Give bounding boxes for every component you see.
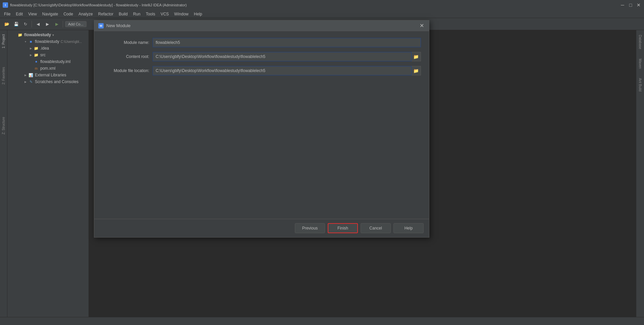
dialog-titlebar: M New Module ✕ <box>94 20 429 31</box>
app-icon: I <box>3 2 8 8</box>
right-tabs-panel: Database Maven Ant Build <box>636 30 644 317</box>
tree-label-iml: flowablestudy.iml <box>40 59 70 64</box>
maven-tab[interactable]: Maven <box>637 55 643 72</box>
title-bar: I flowablestudy [C:\Users\gblfy\Desktop\… <box>0 0 644 10</box>
module-file-label: Module file location: <box>102 68 153 73</box>
menu-refactor[interactable]: Refactor <box>96 11 116 17</box>
menu-build[interactable]: Build <box>116 11 130 17</box>
cancel-button[interactable]: Cancel <box>361 223 391 233</box>
forward-btn[interactable]: ▶ <box>43 20 51 28</box>
menu-analyze[interactable]: Analyze <box>76 11 96 17</box>
new-module-dialog[interactable]: M New Module ✕ Module name: Content root… <box>94 20 429 238</box>
content-root-input[interactable] <box>153 52 412 61</box>
dialog-close-button[interactable]: ✕ <box>418 22 425 29</box>
tree-label-scratches: Scratches and Consoles <box>35 79 78 84</box>
module-name-input[interactable] <box>153 38 421 47</box>
menu-view[interactable]: View <box>25 11 40 17</box>
expand-arrow-flowablestudy[interactable]: ▾ <box>23 39 28 44</box>
open-folder-btn[interactable]: 📂 <box>3 20 11 28</box>
save-btn[interactable]: 💾 <box>12 20 20 28</box>
close-button[interactable]: ✕ <box>636 2 641 8</box>
expand-arrow-idea[interactable]: ▶ <box>28 46 34 51</box>
library-icon: 📊 <box>28 72 34 78</box>
menu-help[interactable]: Help <box>191 11 205 17</box>
expand-arrow-scratches[interactable]: ▶ <box>23 79 28 84</box>
run-btn[interactable]: ▶ <box>53 20 61 28</box>
project-tab[interactable]: 1: Project <box>1 31 6 51</box>
spacer-iml <box>28 59 34 64</box>
menu-window[interactable]: Window <box>171 11 191 17</box>
bottom-bar <box>0 317 644 325</box>
tree-path-flowablestudy: C:\Users\gbl... <box>61 40 82 44</box>
tree-label-flowablestudy: flowablestudy <box>35 39 59 44</box>
menu-file[interactable]: File <box>1 11 13 17</box>
spacer-pom <box>28 66 34 71</box>
tree-item-pom[interactable]: m pom.xml <box>15 65 89 72</box>
maximize-button[interactable]: □ <box>628 2 633 8</box>
content-root-browse-button[interactable]: 📁 <box>412 52 421 61</box>
dialog-icon: M <box>98 23 104 28</box>
ant-build-tab[interactable]: Ant Build <box>637 75 643 95</box>
module-icon: ■ <box>28 39 34 44</box>
previous-button[interactable]: Previous <box>295 223 325 233</box>
xml-icon: m <box>34 66 39 71</box>
project-dropdown-icon[interactable]: ▾ <box>52 33 54 37</box>
database-tab[interactable]: Database <box>637 31 643 53</box>
module-name-label: Module name: <box>102 40 153 45</box>
content-root-input-group: 📁 <box>153 52 421 61</box>
tree-label-external-libs: External Libraries <box>35 73 66 77</box>
favorites-tab[interactable]: 2: Favorites <box>1 64 6 87</box>
tree-label-idea: .idea <box>40 46 49 51</box>
menu-vcs[interactable]: VCS <box>158 11 172 17</box>
folder-icon-src: 📁 <box>34 52 39 58</box>
content-root-label: Content root: <box>102 54 153 59</box>
tree-label-src: src <box>40 53 46 57</box>
toolbar-sep-2 <box>63 21 63 27</box>
menu-run[interactable]: Run <box>130 11 143 17</box>
back-btn[interactable]: ◀ <box>34 20 42 28</box>
dialog-body: Module name: Content root: 📁 Module file… <box>94 31 429 219</box>
module-file-input-group: 📁 <box>153 66 421 75</box>
tree-item-external-libs[interactable]: ▶ 📊 External Libraries <box>15 72 89 78</box>
menu-bar: File Edit View Navigate Code Analyze Ref… <box>0 10 644 18</box>
menu-tools[interactable]: Tools <box>143 11 158 17</box>
title-bar-text: flowablestudy [C:\Users\gblfy\Desktop\Wo… <box>10 3 620 7</box>
dialog-footer: Previous Finish Cancel Help <box>94 219 429 237</box>
tree-label-pom: pom.xml <box>40 66 55 71</box>
module-name-row: Module name: <box>102 38 421 47</box>
expand-arrow-src[interactable]: ▶ <box>28 52 34 58</box>
tree-item-scratches[interactable]: ▶ ✎ Scratches and Consoles <box>15 78 89 85</box>
tree-item-idea[interactable]: ▶ 📁 .idea <box>15 45 89 52</box>
window-controls: ─ □ ✕ <box>620 2 641 8</box>
menu-navigate[interactable]: Navigate <box>40 11 61 17</box>
tree-item-iml[interactable]: ■ flowablestudy.iml <box>15 58 89 65</box>
expand-arrow-libs[interactable]: ▶ <box>23 72 28 78</box>
project-header-label: flowablestudy <box>24 32 51 37</box>
toolbar-sep-1 <box>32 21 32 27</box>
left-edge-panel: 1: Project 2: Favorites Z: Structure <box>0 30 7 317</box>
menu-code[interactable]: Code <box>61 11 76 17</box>
finish-button[interactable]: Finish <box>328 223 358 233</box>
tree-item-src[interactable]: ▶ 📁 src <box>15 52 89 58</box>
project-panel: 📁 flowablestudy ▾ ▾ ■ flowablestudy C:\U… <box>15 30 89 86</box>
tree-item-flowablestudy[interactable]: ▾ ■ flowablestudy C:\Users\gbl... <box>15 38 89 45</box>
iml-icon: ■ <box>34 59 39 64</box>
module-file-browse-button[interactable]: 📁 <box>412 66 421 75</box>
module-file-input[interactable] <box>153 66 412 75</box>
structure-tab[interactable]: Z: Structure <box>1 114 6 137</box>
scratches-icon: ✎ <box>28 79 34 84</box>
project-sidebar: 📁 flowablestudy ▾ ▾ ■ flowablestudy C:\U… <box>7 30 89 317</box>
content-root-row: Content root: 📁 <box>102 52 421 61</box>
folder-icon-idea: 📁 <box>34 46 39 51</box>
refresh-btn[interactable]: ↻ <box>21 20 30 28</box>
project-header-item[interactable]: 📁 flowablestudy ▾ <box>15 31 89 38</box>
module-file-row: Module file location: 📁 <box>102 66 421 75</box>
add-configuration-button[interactable]: Add Co... <box>65 21 87 27</box>
dialog-title: New Module <box>106 23 418 28</box>
help-button[interactable]: Help <box>393 223 424 233</box>
minimize-button[interactable]: ─ <box>620 2 625 8</box>
project-icon: 📁 <box>17 32 23 38</box>
menu-edit[interactable]: Edit <box>13 11 25 17</box>
